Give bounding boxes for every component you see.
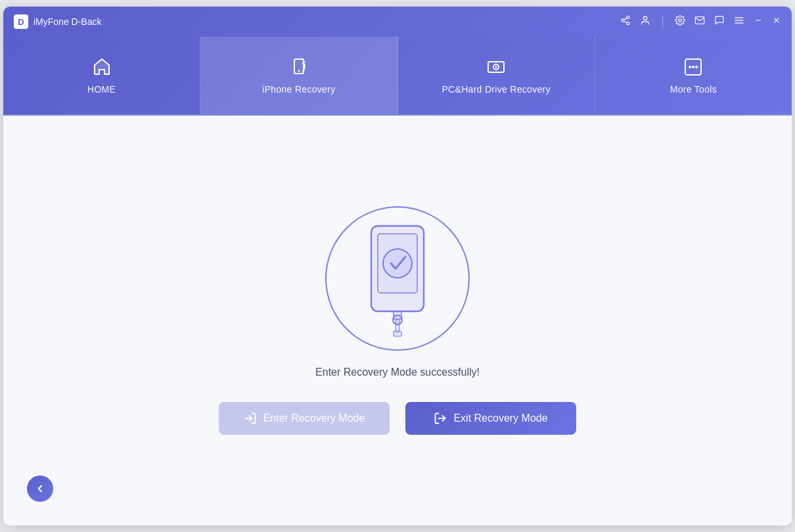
back-button[interactable] (27, 476, 53, 502)
nav-label-iphone-recovery: iPhone Recovery (262, 84, 335, 95)
exit-recovery-mode-label: Exit Recovery Mode (453, 412, 547, 424)
svg-point-6 (679, 19, 681, 22)
enter-recovery-mode-button[interactable]: Enter Recovery Mode (219, 402, 390, 435)
nav-label-more-tools: More Tools (670, 84, 717, 95)
enter-recovery-mode-label: Enter Recovery Mode (263, 412, 365, 424)
main-content: Enter Recovery Mode successfully! Enter … (3, 116, 792, 525)
illustration-container (325, 206, 470, 351)
nav-item-more-tools[interactable]: More Tools (595, 37, 792, 114)
buttons-row: Enter Recovery Mode Exit Recovery Mode (219, 402, 576, 435)
exit-recovery-mode-button[interactable]: Exit Recovery Mode (405, 402, 576, 435)
nav-label-pc-recovery: PC&Hard Drive Recovery (442, 84, 550, 95)
settings-icon[interactable] (675, 15, 685, 28)
svg-point-5 (643, 16, 647, 20)
iphone-recovery-icon (288, 56, 309, 78)
svg-point-21 (695, 66, 698, 68)
svg-point-20 (692, 66, 694, 68)
share-icon[interactable] (620, 15, 631, 28)
phone-illustration (345, 213, 450, 344)
svg-point-19 (689, 66, 691, 68)
more-tools-icon (683, 56, 704, 78)
svg-rect-27 (396, 319, 399, 332)
nav-item-pc-recovery[interactable]: PC&Hard Drive Recovery (398, 37, 595, 114)
circle-illustration (325, 206, 470, 351)
title-bar: D iMyFone D-Back (3, 7, 792, 37)
back-arrow-icon (34, 483, 46, 495)
svg-line-4 (624, 18, 627, 20)
enter-icon (244, 412, 257, 425)
nav-item-home[interactable]: HOME (3, 37, 200, 114)
svg-point-24 (383, 249, 412, 278)
title-bar-divider (662, 16, 663, 28)
pc-recovery-icon (486, 56, 507, 78)
svg-point-14 (298, 70, 300, 72)
exit-icon (434, 412, 447, 425)
user-icon[interactable] (640, 15, 650, 28)
svg-point-17 (495, 66, 497, 68)
mail-icon[interactable] (694, 15, 705, 28)
chat-icon[interactable] (714, 15, 725, 28)
close-icon[interactable] (772, 16, 781, 28)
nav-label-home: HOME (87, 84, 116, 95)
app-title: iMyFone D-Back (34, 16, 620, 27)
title-bar-icons (620, 15, 781, 28)
app-window: D iMyFone D-Back (3, 7, 792, 525)
minimize-icon[interactable] (754, 16, 763, 28)
nav-bar: HOME iPhone Recovery PC&Hard Drive Recov… (3, 37, 792, 116)
svg-line-3 (624, 21, 627, 23)
nav-item-iphone-recovery[interactable]: iPhone Recovery (200, 37, 398, 114)
menu-icon[interactable] (734, 15, 744, 28)
app-logo: D (14, 14, 28, 29)
success-message: Enter Recovery Mode successfully! (315, 366, 480, 378)
svg-rect-26 (394, 311, 401, 319)
home-icon (91, 56, 112, 78)
svg-rect-28 (394, 331, 401, 336)
